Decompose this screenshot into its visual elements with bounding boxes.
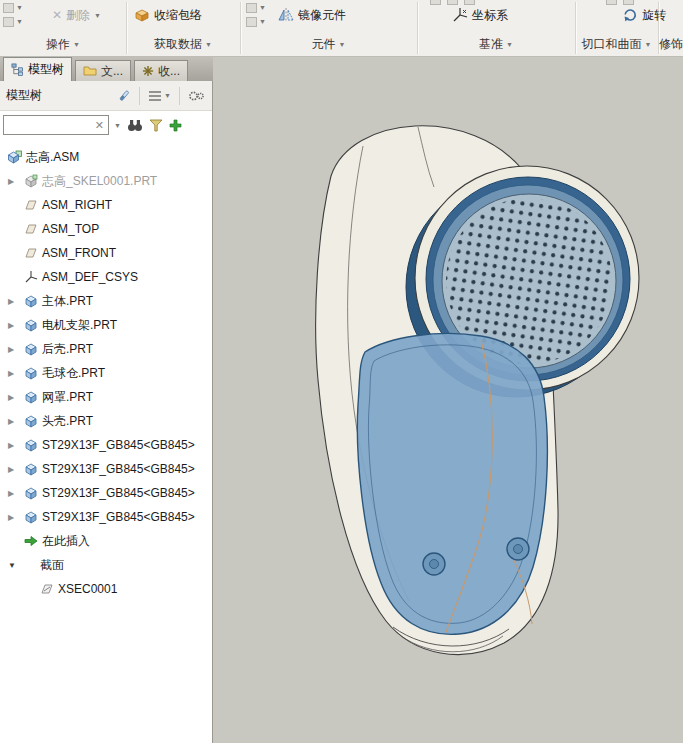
binoculars-icon: [127, 119, 143, 132]
shrinkwrap-button[interactable]: 收缩包络: [130, 4, 206, 26]
tree-row-part[interactable]: ▶ 电机支架.PRT: [0, 313, 212, 337]
ribbon-group-get-data[interactable]: 获取数据 ▼: [126, 34, 240, 54]
tree-settings-button[interactable]: [187, 88, 206, 104]
part-icon: [22, 366, 40, 380]
expand-arrow-icon[interactable]: ▶: [6, 513, 22, 522]
expand-arrow-icon[interactable]: ▶: [6, 417, 22, 426]
delete-button[interactable]: ✕ 删除 ▼: [48, 4, 105, 26]
group-label: 操作: [46, 36, 70, 53]
tree-item-label: 头壳.PRT: [40, 413, 93, 430]
collapse-arrow-icon[interactable]: ▼: [6, 561, 22, 570]
tree-item-label: ASM_RIGHT: [40, 198, 112, 212]
folder-icon: [83, 65, 97, 77]
favorites-icon: [142, 65, 154, 77]
expand-arrow-icon[interactable]: ▶: [6, 441, 22, 450]
expand-arrow-icon[interactable]: ▶: [6, 345, 22, 354]
tree-row-cross-section[interactable]: XSEC0001: [0, 577, 212, 601]
datum-plane-icon: [22, 222, 40, 236]
tree-item-label: ST29X13F_GB845<GB845>: [40, 462, 195, 476]
tree-item-label: 电机支架.PRT: [40, 317, 117, 334]
part-icon: [22, 294, 40, 308]
part-icon: [22, 462, 40, 476]
tool-icon: [606, 0, 617, 5]
tree-filters-button[interactable]: [116, 88, 132, 104]
chevron-down-icon: ▼: [94, 12, 101, 19]
clear-search-icon[interactable]: ✕: [91, 119, 108, 132]
find-button[interactable]: [126, 118, 144, 133]
tab-favorites[interactable]: 收...: [134, 60, 188, 81]
chevron-down-icon: ▼: [114, 122, 121, 129]
expand-arrow-icon[interactable]: ▶: [6, 393, 22, 402]
tree-row-part[interactable]: ▶ 网罩.PRT: [0, 385, 212, 409]
tree-item-label: ST29X13F_GB845<GB845>: [40, 438, 195, 452]
expand-arrow-icon[interactable]: ▶: [6, 297, 22, 306]
search-box: ✕: [3, 115, 109, 135]
csys-icon: [22, 270, 40, 284]
csys-icon: [452, 7, 468, 23]
tree-row-csys[interactable]: ASM_DEF_CSYS: [0, 265, 212, 289]
chevron-down-icon: ▼: [506, 41, 513, 48]
expand-arrow-icon[interactable]: ▶: [6, 321, 22, 330]
tree-row-skeleton[interactable]: ▶ 志高_SKEL0001.PRT: [0, 169, 212, 193]
tree-row-datum-plane[interactable]: ASM_RIGHT: [0, 193, 212, 217]
mini-tool-button[interactable]: ▼: [246, 2, 266, 13]
expand-arrow-icon[interactable]: ▶: [6, 369, 22, 378]
chevron-down-icon: ▼: [164, 92, 171, 99]
search-history-dropdown[interactable]: ▼: [113, 121, 122, 130]
expand-arrow-icon[interactable]: ▶: [6, 489, 22, 498]
add-filter-button[interactable]: [168, 118, 183, 133]
tab-label: 文...: [101, 63, 123, 80]
group-label: 基准: [479, 36, 503, 53]
search-input[interactable]: [4, 118, 91, 132]
tree-row-fastener[interactable]: ▶ ST29X13F_GB845<GB845>: [0, 433, 212, 457]
tree-row-fastener[interactable]: ▶ ST29X13F_GB845<GB845>: [0, 505, 212, 529]
mirror-component-button[interactable]: 镜像元件: [274, 4, 350, 26]
expand-arrow-icon[interactable]: ▶: [6, 465, 22, 474]
tool-icon: [246, 17, 257, 27]
tab-model-tree[interactable]: 模型树: [3, 57, 72, 81]
tree-row-part[interactable]: ▶ 主体.PRT: [0, 289, 212, 313]
tool-icon: [246, 3, 257, 13]
part-icon: [22, 510, 40, 524]
tree-row-fastener[interactable]: ▶ ST29X13F_GB845<GB845>: [0, 457, 212, 481]
filter-button[interactable]: [148, 118, 164, 133]
model-screw-hole: [514, 545, 523, 554]
tool-icon: [3, 3, 14, 13]
ribbon: 操作 ▼ 获取数据 ▼ 元件 ▼ 基准 ▼ 切口和曲面 ▼ 修饰 ▼ ▼ ✕ 删…: [0, 0, 683, 57]
shrinkwrap-box-icon: [134, 7, 150, 23]
coordinate-system-button[interactable]: 坐标系: [448, 4, 512, 26]
tree-display-options-button[interactable]: ▼: [147, 89, 172, 103]
mini-tools-operations: ▼ ▼: [3, 2, 23, 27]
ribbon-group-datum[interactable]: 基准 ▼: [417, 34, 575, 54]
group-label: 元件: [312, 36, 336, 53]
funnel-icon: [149, 119, 163, 132]
graphics-viewport[interactable]: [213, 57, 683, 743]
ribbon-group-decorate[interactable]: 修饰: [659, 34, 683, 54]
tree-row-part[interactable]: ▶ 毛球仓.PRT: [0, 361, 212, 385]
tree-row-datum-plane[interactable]: ASM_FRONT: [0, 241, 212, 265]
ribbon-group-operations[interactable]: 操作 ▼: [0, 34, 126, 54]
tree-row-part[interactable]: ▶ 后壳.PRT: [0, 337, 212, 361]
expand-arrow-icon[interactable]: ▶: [6, 177, 22, 186]
ribbon-group-component[interactable]: 元件 ▼: [240, 34, 417, 54]
rotate-button[interactable]: 旋转: [618, 4, 670, 26]
ribbon-group-cut-surface[interactable]: 切口和曲面 ▼: [575, 34, 658, 54]
tree-row-fastener[interactable]: ▶ ST29X13F_GB845<GB845>: [0, 481, 212, 505]
gears-icon: [188, 89, 205, 103]
mirror-icon: [278, 7, 294, 23]
tree-item-label: ST29X13F_GB845<GB845>: [40, 486, 195, 500]
chevron-down-icon: ▼: [259, 4, 266, 11]
tree-row-sections-group[interactable]: ▼ 截面: [0, 553, 212, 577]
mini-tool-button[interactable]: ▼: [3, 2, 23, 13]
model-tree-icon: [11, 63, 24, 76]
panel-tab-strip: 模型树 文... 收...: [0, 57, 213, 81]
tree-row-insert-here[interactable]: 在此插入: [0, 529, 212, 553]
panel-header: 模型树 ▼: [0, 81, 212, 111]
tree-row-datum-plane[interactable]: ASM_TOP: [0, 217, 212, 241]
mini-tool-button[interactable]: ▼: [3, 16, 23, 27]
tree-row-part[interactable]: ▶ 头壳.PRT: [0, 409, 212, 433]
tab-folder-browser[interactable]: 文...: [75, 60, 131, 81]
mini-tool-button[interactable]: ▼: [246, 16, 266, 27]
tree-row-assembly[interactable]: 志高.ASM: [0, 145, 212, 169]
lint-remover-3d-model: [213, 80, 683, 743]
